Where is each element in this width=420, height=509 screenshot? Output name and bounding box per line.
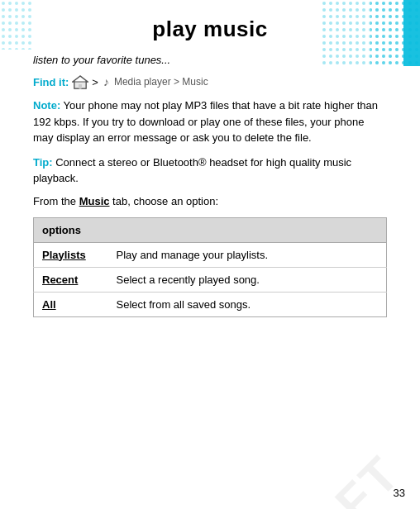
from-bold-word: Music <box>79 195 110 207</box>
note-label: Note: <box>33 99 60 112</box>
svg-rect-8 <box>79 84 82 88</box>
options-table: options PlaylistsPlay and manage your pl… <box>33 217 387 317</box>
from-suffix: tab, choose an option: <box>112 195 218 207</box>
table-cell-description: Select from all saved songs. <box>108 292 387 316</box>
table-row: RecentSelect a recently played song. <box>34 267 387 292</box>
draft-watermark: DRAFT <box>241 444 412 509</box>
from-line: From the Music tab, choose an option: <box>33 195 387 207</box>
subtitle: listen to your favorite tunes... <box>33 54 387 66</box>
note-text-content: Your phone may not play MP3 files that h… <box>33 99 378 144</box>
arrow-symbol: > <box>92 76 98 88</box>
tip-block: Tip: Connect a stereo or Bluetooth® head… <box>33 155 387 187</box>
table-row: AllSelect from all saved songs. <box>34 292 387 316</box>
table-row: PlaylistsPlay and manage your playlists. <box>34 242 387 267</box>
table-cell-description: Select a recently played song. <box>108 267 387 292</box>
home-icon <box>72 74 88 89</box>
table-header-row: options <box>34 217 387 242</box>
tip-label: Tip: <box>33 156 53 169</box>
table-cell-option: Recent <box>34 267 108 292</box>
table-cell-option: All <box>34 292 108 316</box>
find-it-line: Find it: > ♪ Media player > Music <box>33 74 387 89</box>
from-prefix: From the <box>33 195 76 207</box>
note-block: Note: Your phone may not play MP3 files … <box>33 98 387 146</box>
tip-text-content: Connect a stereo or Bluetooth® headset f… <box>33 156 351 185</box>
find-it-label: Find it: <box>33 76 69 88</box>
table-cell-option: Playlists <box>34 242 108 267</box>
page-title: play music <box>33 17 387 42</box>
table-header: options <box>34 217 387 242</box>
music-note-icon: ♪ <box>103 75 109 88</box>
page-number: 33 <box>394 487 405 499</box>
table-cell-description: Play and manage your playlists. <box>108 242 387 267</box>
nav-path: Media player > Music <box>114 76 208 88</box>
